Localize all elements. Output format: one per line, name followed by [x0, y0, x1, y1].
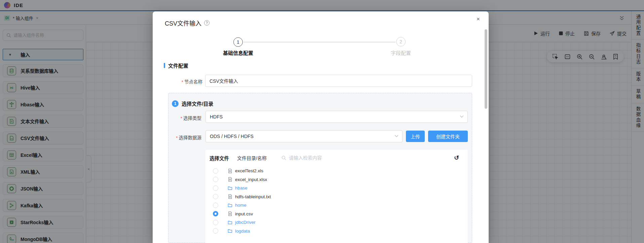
file-picker: 选择文件 文件目录/名称 ↺ excelTest2.xls excel_inp	[205, 150, 468, 243]
folder-icon	[228, 203, 232, 208]
radio-unchecked[interactable]	[213, 220, 218, 225]
step-2-label: 字段配置	[364, 49, 438, 56]
node-name-label: *节点名称	[169, 78, 202, 85]
select-file-panel: 1 选择文件/目录 *选择类型 HDFS *选择数据源 ODS / HDFS /…	[168, 93, 472, 243]
folder-row[interactable]: logdata	[213, 227, 468, 236]
dialog-title: CSV文件输入	[165, 19, 201, 27]
step-1-label: 基础信息配置	[201, 49, 275, 56]
folder-row[interactable]: jdbcDriver	[213, 218, 468, 227]
picker-search-input[interactable]	[289, 155, 390, 161]
file-row[interactable]: excel_input.xlsx	[213, 175, 468, 184]
upload-button[interactable]: 上传	[406, 131, 425, 142]
radio-unchecked[interactable]	[213, 185, 218, 191]
step-1-circle[interactable]: 1	[233, 37, 243, 47]
section-bar	[164, 63, 165, 68]
radio-checked[interactable]	[213, 211, 218, 216]
folder-icon	[228, 229, 232, 233]
folder-row[interactable]: hbase	[213, 184, 468, 193]
help-icon[interactable]: ?	[204, 20, 210, 26]
file-row[interactable]: excelTest2.xls	[213, 167, 468, 175]
datasource-select[interactable]: ODS / HDFS / HDFS	[205, 130, 403, 142]
datasource-label: *选择数据源	[168, 134, 201, 141]
radio-unchecked[interactable]	[213, 194, 218, 199]
radio-unchecked[interactable]	[213, 168, 218, 174]
file-icon	[228, 211, 232, 216]
required-asterisk: *	[182, 79, 183, 84]
search-icon	[281, 155, 286, 160]
picker-search[interactable]	[281, 155, 454, 161]
folder-icon	[228, 220, 232, 225]
file-icon	[228, 194, 232, 199]
file-icon	[228, 177, 232, 182]
radio-unchecked[interactable]	[213, 177, 218, 182]
refresh-icon[interactable]: ↺	[454, 154, 459, 162]
type-label: *选择类型	[168, 114, 201, 121]
radio-unchecked[interactable]	[213, 228, 218, 234]
type-select[interactable]: HDFS	[205, 111, 468, 123]
radio-unchecked[interactable]	[213, 203, 218, 208]
picker-title: 选择文件	[210, 154, 229, 162]
file-row-selected[interactable]: input.csv	[213, 210, 468, 218]
file-config-section: 文件配置	[164, 62, 188, 69]
csv-input-dialog: × CSV文件输入 ? 1 2 基础信息配置 字段配置 文件配置 *节点名称 1…	[153, 11, 489, 243]
picker-column-header: 文件目录/名称	[237, 154, 267, 161]
folder-row[interactable]: home	[213, 201, 468, 210]
modal-scrollbar[interactable]	[485, 29, 487, 109]
folder-icon	[228, 186, 232, 190]
close-icon[interactable]: ×	[477, 16, 480, 23]
chevron-down-icon	[460, 115, 464, 118]
file-row[interactable]: hdfs-tableinput.txt	[213, 193, 468, 201]
node-name-input[interactable]	[205, 75, 472, 87]
step-connector	[243, 42, 395, 42]
create-folder-button[interactable]: 创建文件夹	[428, 131, 468, 142]
panel-title: 选择文件/目录	[182, 100, 213, 107]
panel-step-badge: 1	[172, 100, 179, 107]
file-list: excelTest2.xls excel_input.xlsx hbase hd…	[205, 165, 468, 235]
file-icon	[228, 169, 232, 173]
chevron-down-icon	[394, 135, 399, 137]
step-2-circle[interactable]: 2	[396, 37, 406, 46]
